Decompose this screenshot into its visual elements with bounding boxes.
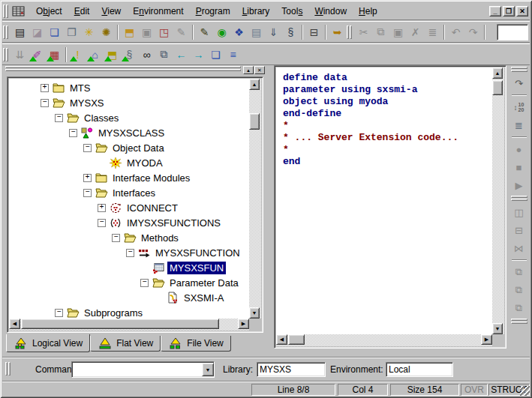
tile-button[interactable]: ≡ [224, 46, 242, 63]
tree-expand-object-data[interactable]: − [83, 144, 92, 152]
dock-collapse-button[interactable]: ▴ [243, 66, 254, 74]
sort-button[interactable]: ⇓ [265, 23, 282, 40]
tree-item-mysxsclass[interactable]: −MYSXSCLASS [69, 125, 167, 140]
library-field[interactable]: MYSXS [257, 362, 326, 377]
navigate-forward-button[interactable]: → [190, 46, 207, 63]
tree-item-mts[interactable]: +MTS [41, 80, 92, 95]
cascade-button[interactable]: ❏ [207, 46, 224, 63]
menu-object[interactable]: Object [30, 4, 68, 19]
tree-item-myoda[interactable]: MYODA [98, 155, 165, 170]
editor-vscrollbar[interactable]: ▲ ▼ [492, 67, 504, 334]
list-item-button[interactable]: ▦ [46, 46, 63, 63]
chevron-down-icon[interactable]: ▼ [202, 363, 214, 376]
tree-expand-classes[interactable]: − [55, 114, 63, 122]
tree-item-mysxsfun[interactable]: MYSXSFUN [140, 260, 226, 275]
tree-item-subprograms[interactable]: −Subprograms [55, 305, 145, 319]
editor-vscroll-down[interactable]: ▼ [492, 323, 503, 334]
toolbar-grip[interactable] [3, 48, 9, 61]
shift-source-button[interactable]: ≣ [511, 117, 527, 133]
minimize-button[interactable]: _ [489, 6, 501, 16]
tree-expand-interface-modules[interactable]: + [83, 174, 92, 182]
restore-button[interactable]: ❐ [503, 6, 515, 16]
tab-logical-view[interactable]: Logical View [6, 334, 90, 352]
open-item-button[interactable]: ⬒ [104, 46, 121, 63]
tree-item-iconnect[interactable]: +ICONNECT [98, 200, 180, 215]
tree-hscrollbar[interactable]: ◀ ▶ [9, 319, 249, 331]
copy-history-button[interactable]: ⧉ [155, 46, 173, 63]
renumber-button[interactable]: ↕1020 [511, 99, 527, 115]
new-window-button[interactable]: ❏ [46, 23, 63, 40]
cmdbar-grip[interactable] [5, 362, 11, 376]
tree-expand-imysxsfunctions[interactable]: − [98, 219, 106, 227]
stow-button[interactable]: ❖ [230, 23, 248, 40]
tree-item-sxsmi-a[interactable]: SXSMI-A [155, 290, 226, 305]
tree-expand-subprograms[interactable]: − [55, 309, 63, 317]
environment-field[interactable]: Local [386, 362, 453, 377]
menu-program[interactable]: Program [190, 4, 236, 19]
tree-expand-interfaces[interactable]: − [83, 189, 92, 197]
tree-item-object-data[interactable]: −Object Data [83, 140, 167, 155]
tree-item-mysxs[interactable]: −MYSXS [41, 95, 107, 110]
update-source-button[interactable]: ↷ [511, 75, 527, 91]
new-source-button[interactable]: ✎ [196, 23, 213, 40]
menu-library[interactable]: Library [236, 4, 276, 19]
tree-hscroll-thumb[interactable] [21, 319, 219, 329]
object-list-button[interactable]: ▤ [11, 23, 29, 40]
editor-hscroll-right[interactable]: ▶ [481, 334, 492, 345]
open-button[interactable]: ⬒ [121, 23, 138, 40]
tree-expand-methods[interactable]: − [112, 234, 120, 242]
dock-header[interactable]: ▴✕ [5, 66, 266, 75]
tab-flat-view[interactable]: Flat View [90, 336, 161, 352]
edit-item-button[interactable]: ✐ [29, 46, 46, 63]
toolbar-grip[interactable] [511, 67, 527, 73]
tree-item-parameter-data[interactable]: −Parameter Data [140, 275, 241, 290]
tree-view[interactable]: +MTS−MYSXS−Classes−MYSXSCLASS−Object Dat… [9, 79, 249, 319]
command-combobox[interactable]: ▼ [71, 361, 215, 378]
menu-environment[interactable]: Environment [127, 4, 189, 19]
menubar-grip[interactable] [3, 4, 9, 18]
tree-expand-iconnect[interactable]: + [98, 204, 106, 212]
toolbar-grip[interactable] [511, 319, 527, 325]
tree-hscroll-right[interactable]: ▶ [238, 319, 249, 329]
close-button[interactable]: ✕ [516, 6, 528, 16]
tree-item-methods[interactable]: −Methods [112, 230, 181, 245]
tree-item-interfaces[interactable]: −Interfaces [83, 185, 158, 200]
toolbar-edit-field[interactable] [497, 24, 528, 40]
command-input[interactable] [74, 364, 202, 375]
tree-expand-mysxsfunction[interactable]: − [126, 249, 134, 257]
tree-vscrollbar[interactable]: ▲ ▼ [249, 79, 261, 319]
tree-item-interface-modules[interactable]: +Interface Modules [83, 170, 192, 185]
window-list-button[interactable]: ❐ [63, 23, 80, 40]
close-object-button[interactable]: ◳ [155, 23, 173, 40]
tree-vscroll-up[interactable]: ▲ [249, 79, 260, 90]
editor-hscroll-thumb[interactable] [288, 334, 305, 345]
stow-item-button[interactable]: § [121, 46, 138, 63]
menu-edit[interactable]: Edit [68, 4, 96, 19]
resize-grip[interactable] [520, 386, 530, 396]
list-source-button[interactable]: ▤ [248, 23, 265, 40]
print-button[interactable]: ⊟ [305, 23, 323, 40]
tree-expand-mts[interactable]: + [41, 84, 49, 92]
toolbar-grip[interactable] [511, 196, 527, 202]
catalog-button[interactable]: § [282, 23, 299, 40]
editor-hscrollbar[interactable]: ◀ ▶ [276, 334, 492, 346]
menu-help[interactable]: Help [353, 4, 383, 19]
tree-expand-parameter-data[interactable]: − [140, 279, 149, 287]
tree-vscroll-thumb[interactable] [249, 113, 260, 130]
check-button[interactable]: ◉ [213, 23, 230, 40]
tree-expand-mysxsclass[interactable]: − [69, 129, 77, 137]
editor-hscroll-left[interactable]: ◀ [276, 334, 287, 345]
editor-vscroll-thumb[interactable] [492, 80, 503, 95]
tree-expand-mysxs[interactable]: − [41, 99, 49, 107]
navigate-back-button[interactable]: ← [173, 46, 190, 63]
toolbar-grip[interactable] [347, 25, 353, 39]
home-item-button[interactable]: ⌂ [86, 46, 104, 63]
check-item-button[interactable]: ! [69, 46, 86, 63]
toolbar-grip[interactable] [3, 25, 9, 39]
tree-item-classes[interactable]: −Classes [55, 110, 121, 125]
tree-hscroll-left[interactable]: ◀ [9, 319, 20, 329]
menu-tools[interactable]: Tools [275, 4, 308, 19]
import-button[interactable]: ✳ [80, 23, 98, 40]
session-button[interactable]: ◪ [29, 23, 46, 40]
menu-window[interactable]: Window [308, 4, 353, 19]
